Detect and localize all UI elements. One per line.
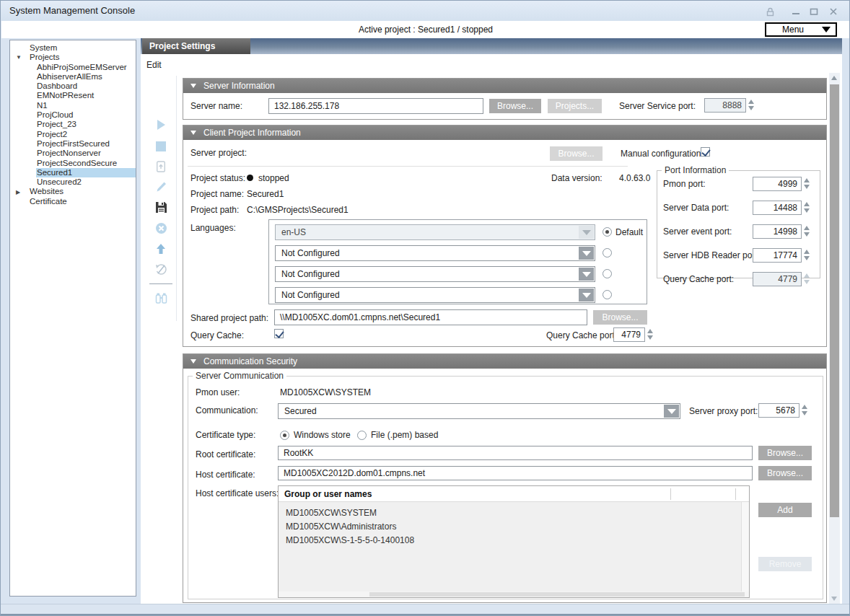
maximize-icon[interactable] xyxy=(807,6,821,17)
tree-expander-icon[interactable]: ▼ xyxy=(16,54,29,61)
tree-item[interactable]: AbhiserverAllEms xyxy=(10,72,136,82)
close-icon[interactable] xyxy=(826,6,841,17)
scrollbar-thumb[interactable] xyxy=(830,84,839,517)
shared-path-input[interactable]: \\MD1005XC.dom01.cmpns.net\Secured1 xyxy=(274,309,587,325)
tree-expander-icon[interactable]: ▶ xyxy=(16,189,29,195)
history-icon[interactable] xyxy=(154,262,168,276)
tree-item[interactable]: EMNotPResent xyxy=(10,91,136,100)
language-value: Not Configured xyxy=(281,248,340,258)
users-list-horizontal-scrollbar[interactable] xyxy=(279,591,749,597)
service-port-spinner[interactable]: 8888 xyxy=(704,98,746,113)
language-dropdown-1[interactable]: en-US xyxy=(275,224,595,240)
root-cert-input[interactable]: RootKK xyxy=(278,446,753,460)
language-dropdown-3[interactable]: Not Configured xyxy=(275,266,595,282)
manual-config-checkbox[interactable] xyxy=(701,147,710,157)
proxy-port-spinner[interactable]: 5678 xyxy=(758,403,799,418)
server-name-input[interactable]: 132.186.255.178 xyxy=(268,98,483,114)
save-icon[interactable] xyxy=(154,200,168,214)
windows-store-radio[interactable] xyxy=(280,431,289,440)
root-cert-browse-button[interactable]: Browse... xyxy=(758,446,812,460)
projects-button[interactable]: Projects... xyxy=(548,99,602,113)
user-row[interactable]: MD1005XCW\S-1-5-5-0-1400108 xyxy=(279,534,749,547)
communication-security-header[interactable]: Communication Security xyxy=(183,354,826,369)
tree-item[interactable]: Certificate xyxy=(10,197,136,206)
spinner-arrows-icon[interactable] xyxy=(804,273,810,285)
spinner-arrows-icon[interactable] xyxy=(804,202,810,214)
chevron-down-icon[interactable] xyxy=(579,247,594,260)
tree-item[interactable]: Dashboard xyxy=(10,82,136,91)
stop-icon[interactable] xyxy=(154,139,168,154)
server-information-header[interactable]: Server Information xyxy=(183,79,826,93)
menu-dropdown[interactable]: Menu xyxy=(765,22,837,37)
spinner-arrows-icon[interactable] xyxy=(804,226,810,237)
tree-item[interactable]: AbhiProjSomeEMServer xyxy=(10,63,136,72)
user-row[interactable]: MD1005XCW\Administrators xyxy=(279,520,749,534)
rename-icon[interactable] xyxy=(154,180,168,194)
host-cert-browse-button[interactable]: Browse... xyxy=(758,466,812,480)
port-label: Server event port: xyxy=(663,226,732,237)
chevron-down-icon[interactable] xyxy=(579,268,594,281)
upgrade-icon[interactable] xyxy=(154,242,168,256)
edit-menu[interactable]: Edit xyxy=(146,60,162,70)
spinner-arrows-icon[interactable] xyxy=(804,178,810,190)
restore-icon[interactable] xyxy=(154,159,168,174)
server-project-browse-button[interactable]: Browse... xyxy=(550,146,603,161)
default-language-radio-2[interactable] xyxy=(603,248,612,258)
tree-item[interactable]: ▼ Projects xyxy=(10,53,136,62)
spinner-arrows-icon[interactable] xyxy=(804,250,810,261)
tree-item[interactable]: Project_23 xyxy=(10,120,136,129)
users-list-header[interactable]: Group or user names xyxy=(279,486,749,502)
port-spinner[interactable]: 4779 xyxy=(753,272,802,286)
tree-item[interactable]: ProjectSecondSecure xyxy=(10,159,136,168)
chevron-down-icon[interactable] xyxy=(579,226,594,239)
tab-project-settings[interactable]: Project Settings xyxy=(142,38,250,54)
query-cache-port-label: Query Cache port: xyxy=(546,330,617,340)
cancel-icon[interactable] xyxy=(154,221,168,235)
host-cert-label: Host certificate: xyxy=(196,470,255,480)
spinner-arrows-icon[interactable] xyxy=(802,405,808,416)
tree-item[interactable]: N1 xyxy=(10,101,136,110)
tree-item-label: Websites xyxy=(29,187,136,196)
query-cache-checkbox[interactable] xyxy=(274,329,284,338)
port-spinner[interactable]: 14488 xyxy=(753,201,802,215)
chevron-down-icon[interactable] xyxy=(579,289,594,302)
client-project-header[interactable]: Client Project Information xyxy=(183,126,826,140)
default-language-radio-4[interactable] xyxy=(603,290,612,299)
tree-item[interactable]: ProjectFirstSecured xyxy=(10,139,136,149)
scroll-down-icon[interactable] xyxy=(831,597,837,601)
communication-dropdown[interactable]: Secured xyxy=(278,403,680,419)
user-row[interactable]: MD1005XCW\SYSTEM xyxy=(279,506,749,520)
tree-item[interactable]: ProjectNonserver xyxy=(10,149,136,158)
project-status-value: stopped xyxy=(247,173,289,183)
spinner-arrows-icon[interactable] xyxy=(748,100,755,111)
server-browse-button[interactable]: Browse... xyxy=(489,99,541,113)
spinner-arrows-icon[interactable] xyxy=(647,329,654,340)
tree-item[interactable]: ▶ Websites xyxy=(10,187,136,196)
tree-item[interactable]: System xyxy=(10,43,136,53)
users-list-vertical-scrollbar[interactable] xyxy=(741,502,749,591)
main-vertical-scrollbar[interactable] xyxy=(829,73,840,604)
tree-item[interactable]: Secured1 xyxy=(10,168,136,177)
pem-file-radio[interactable] xyxy=(357,431,367,440)
remove-button[interactable]: Remove xyxy=(758,557,812,571)
port-spinner[interactable]: 17774 xyxy=(753,248,802,263)
port-spinner[interactable]: 14998 xyxy=(753,224,802,239)
add-button[interactable]: Add xyxy=(758,503,812,517)
scroll-up-icon[interactable] xyxy=(831,76,837,80)
tree-item[interactable]: Unsecured2 xyxy=(10,177,136,187)
chevron-down-icon[interactable] xyxy=(664,405,679,418)
language-dropdown-2[interactable]: Not Configured xyxy=(275,245,595,261)
shared-path-browse-button[interactable]: Browse... xyxy=(593,310,647,325)
tree-item[interactable]: Project2 xyxy=(10,130,136,139)
tree-item[interactable]: ProjCloud xyxy=(10,110,136,120)
compare-icon[interactable] xyxy=(154,291,168,305)
minimize-icon[interactable] xyxy=(789,6,803,17)
start-icon[interactable] xyxy=(154,118,168,132)
language-dropdown-4[interactable]: Not Configured xyxy=(275,287,595,303)
default-language-radio-3[interactable] xyxy=(603,269,612,278)
default-language-radio-1[interactable] xyxy=(603,227,612,237)
port-spinner[interactable]: 4999 xyxy=(753,177,802,191)
query-cache-port-spinner[interactable]: 4779 xyxy=(613,327,645,342)
host-cert-input[interactable]: MD1005XC2012D.dom01.cmpns.net xyxy=(278,466,753,480)
scrollbar-thumb[interactable] xyxy=(369,592,745,597)
